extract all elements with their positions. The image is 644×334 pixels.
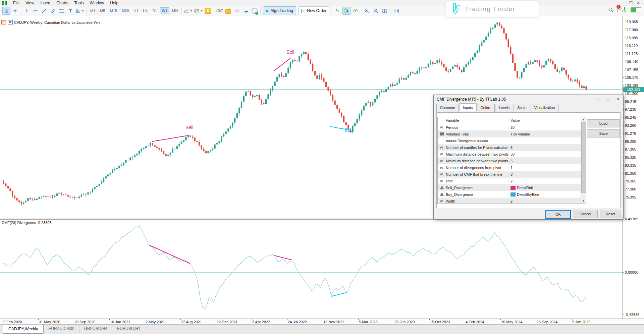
param-row-number-of-candles-for-pivots-calculati[interactable]: 01Number of candles for Pivots calculati… (438, 144, 586, 151)
community-button[interactable] (251, 7, 259, 15)
crosshair-tool-button[interactable] (11, 7, 19, 15)
menu-tools[interactable]: Tools (71, 0, 87, 6)
param-value[interactable]: 8 (508, 172, 586, 176)
param-row-shift[interactable]: 01shift2 (438, 178, 586, 184)
cursor-tool-button[interactable] (2, 7, 10, 15)
param-value[interactable]: 2 (508, 199, 586, 203)
metaeditor-ide-button[interactable]: IDE (216, 7, 224, 15)
load-button[interactable]: Load (587, 119, 620, 127)
ok-button[interactable]: OK (545, 210, 571, 219)
trendline-tool-button[interactable] (40, 7, 48, 15)
chart-tab-euraud-m30[interactable]: EURAUD,M30 (44, 325, 79, 333)
date-axis[interactable]: 9 Feb 202031 May 202020 Sep 202010 Jan 2… (0, 319, 644, 325)
new-order-button[interactable]: + New Order (298, 6, 329, 15)
table-scrollbar[interactable]: ▲ ▼ (581, 117, 586, 204)
zoom-out-button[interactable] (372, 7, 380, 15)
level-indicator[interactable]: ⬆ LVL (622, 7, 627, 12)
menu-view[interactable]: View (22, 0, 37, 6)
timeframe-m1[interactable]: M1 (88, 7, 97, 14)
indicators-dropdown-icon[interactable]: ▼ (200, 9, 203, 12)
param-row-sell-divergence[interactable]: Sell_DivergenceDeepPink (438, 184, 586, 191)
dialog-close-button[interactable]: ✕ (613, 97, 623, 102)
param-value[interactable]: DeepSkyBlue (508, 192, 586, 197)
timeframe-m5[interactable]: M5 (98, 7, 107, 14)
candles-style-button[interactable] (342, 7, 351, 15)
timeframe-h1[interactable]: H1 (131, 7, 140, 14)
chart-tab-cadjpy-weekly[interactable]: CADJPY,Weekly (3, 325, 44, 334)
channel-tool-button[interactable] (49, 7, 57, 15)
param-row-periods[interactable]: 01Periods20 (438, 124, 586, 131)
param-row-number-of-divergences-from-pivot[interactable]: 01Number of divergences from pivot1 (438, 164, 586, 171)
param-value[interactable]: Tick volume (508, 132, 586, 136)
timeframe-mn[interactable]: MN (170, 7, 180, 14)
price-axis[interactable]: 119.065117.080115.095113.110111.125109.1… (623, 16, 644, 319)
tile-windows-button[interactable] (380, 7, 388, 15)
dialog-tab-scale[interactable]: Scale (514, 104, 530, 112)
param-value[interactable]: 2 (508, 179, 586, 183)
dialog-minimize-button[interactable]: – (593, 97, 603, 102)
signals-button[interactable]: ((o)) (233, 7, 241, 15)
shapes-dropdown-icon[interactable]: ▼ (82, 9, 84, 12)
template-dropdown-icon[interactable]: ▼ (190, 9, 193, 12)
chart-template-button[interactable]: ▼ (183, 7, 193, 15)
fibonacci-tool-button[interactable] (58, 7, 66, 15)
algo-trading-button[interactable]: ▶ Algo Trading (263, 6, 296, 15)
scrollbar-thumb[interactable] (581, 122, 586, 193)
reset-button[interactable]: Reset (600, 210, 621, 218)
chart-tab-gbpusd-h4[interactable]: GBPUSD,H4 (79, 325, 112, 333)
param-value[interactable]: 1 (508, 166, 586, 170)
account-button[interactable]: 1 (618, 7, 618, 13)
timeframe-m15[interactable]: M15 (108, 7, 119, 14)
market-button[interactable] (224, 7, 232, 15)
menu-file[interactable]: File (10, 0, 22, 6)
dialog-tab-visualization[interactable]: Visualization (531, 104, 559, 112)
timeframe-m30[interactable]: M30 (120, 7, 131, 14)
chart-tab-eurusd-h1[interactable]: EURUSD,H1 (112, 325, 145, 333)
menu-charts[interactable]: Charts (53, 0, 71, 6)
dialog-tab-inputs[interactable]: Inputs (459, 103, 477, 111)
dialog-title-bar[interactable]: CMF Divergence MT5 - By TFLab 1.05 – □ ✕ (434, 95, 623, 104)
chart-shift-button[interactable] (392, 7, 400, 15)
param-row-volumes-type[interactable]: Volumes TypeTick volume (438, 131, 586, 137)
menu-help[interactable]: Help (107, 0, 121, 6)
zoom-in-button[interactable] (363, 7, 371, 15)
window-restore-button[interactable]: ❐ (627, 1, 635, 5)
param-row-buy-divergence[interactable]: Buy_DivergenceDeepSkyBlue (438, 191, 586, 198)
cmf-indicator-chart[interactable] (0, 219, 623, 319)
param-row-minimum-distance-between-two-pivots[interactable]: 01Minimum distance between two pivots5 (438, 158, 586, 164)
dialog-resize-grip[interactable] (619, 215, 623, 218)
vps-cloud-button[interactable]: ☁ (242, 7, 250, 15)
save-button[interactable]: Save (587, 129, 620, 137)
scroll-down-icon[interactable]: ▼ (581, 199, 586, 204)
window-close-button[interactable]: ✕ (635, 1, 642, 5)
bar-chart-style-button[interactable] (334, 7, 342, 15)
param-value[interactable]: 8 (508, 146, 586, 150)
param-value[interactable]: 20 (508, 125, 586, 129)
param-row-number-of-cmf-that-break-the-line[interactable]: 01Number of CMF that break the line8 (438, 171, 586, 178)
search-icon[interactable] (608, 7, 613, 12)
shapes-tool-button[interactable]: ▼ (75, 7, 85, 15)
param-value[interactable]: 30 (508, 152, 586, 156)
scroll-up-icon[interactable]: ▲ (581, 117, 586, 122)
timeframe-d1[interactable]: D1 (150, 7, 159, 14)
horizontal-line-tool-button[interactable] (32, 7, 40, 15)
param-row-width[interactable]: 01Width2 (438, 198, 586, 204)
param-value[interactable]: DeepPink (508, 186, 586, 190)
menu-insert[interactable]: Insert (37, 0, 53, 6)
dialog-tab-colors[interactable]: Colors (477, 104, 495, 112)
menu-window[interactable]: Window (87, 0, 107, 6)
param-row-maximum-distance-between-two-pivots[interactable]: 01Maximum distance between two pivots30 (438, 151, 586, 158)
vertical-line-tool-button[interactable] (23, 7, 31, 15)
indicators-button[interactable]: ▼ (194, 7, 203, 15)
timeframe-h4[interactable]: H4 (141, 7, 150, 14)
dialog-tab-common[interactable]: Common (436, 104, 459, 112)
window-minimize-button[interactable]: – (620, 1, 627, 5)
line-style-button[interactable] (351, 7, 359, 15)
timeframe-w1[interactable]: W1 (160, 7, 169, 14)
dialog-maximize-button[interactable]: □ (603, 97, 613, 102)
dialog-tab-levels[interactable]: Levels (495, 104, 513, 112)
cancel-button[interactable]: Cancel (573, 210, 598, 218)
deposit-button[interactable]: $ (204, 7, 212, 15)
param-row-divergence[interactable]: ===== Divergence ===== (438, 137, 586, 144)
param-value[interactable]: 5 (508, 159, 586, 163)
